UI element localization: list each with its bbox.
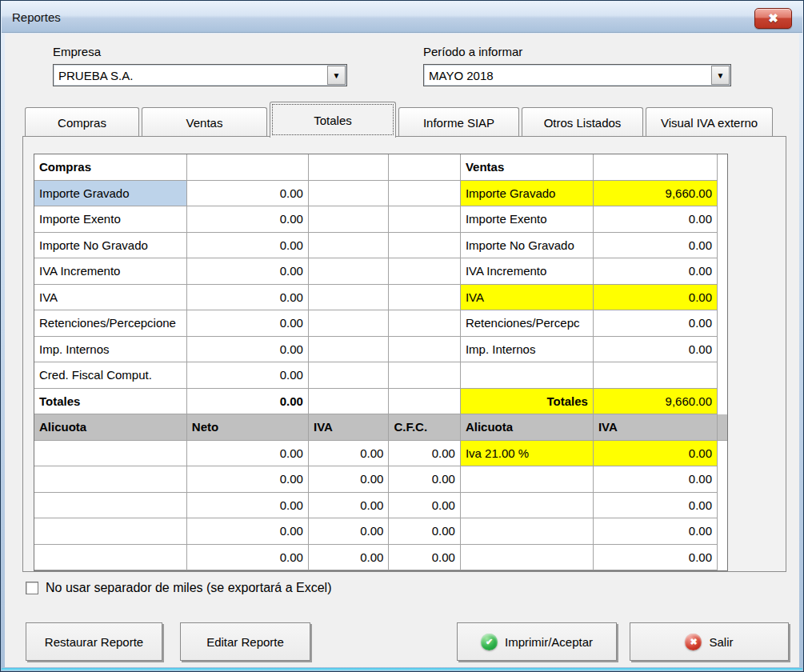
grid-cell[interactable]: 0.00 — [594, 285, 718, 311]
grid-cell[interactable]: Alicuota — [461, 414, 594, 441]
empresa-combobox[interactable]: PRUEBA S.A. ▼ — [53, 64, 347, 86]
grid-cell[interactable] — [309, 233, 389, 259]
grid-cell[interactable]: 0.00 — [594, 206, 718, 233]
grid-cell[interactable]: 0.00 — [309, 493, 389, 519]
grid-cell[interactable] — [389, 258, 461, 285]
grid-cell[interactable]: IVA Incremento — [461, 258, 594, 285]
grid-cell[interactable]: IVA Incremento — [34, 258, 187, 285]
tab-ventas[interactable]: Ventas — [142, 107, 267, 137]
grid-cell[interactable]: Retenciones/Percepcione — [34, 310, 187, 337]
grid-cell[interactable]: Importe Exento — [461, 206, 594, 233]
grid-cell[interactable]: 0.00 — [309, 466, 389, 493]
grid-cell[interactable]: 0.00 — [187, 310, 309, 337]
periodo-combobox[interactable]: MAYO 2018 ▼ — [423, 64, 731, 86]
grid-cell[interactable]: Cred. Fiscal Comput. — [34, 362, 187, 389]
grid-cell[interactable] — [309, 258, 389, 285]
grid-cell[interactable]: 0.00 — [594, 441, 718, 467]
grid-cell[interactable] — [309, 181, 389, 207]
grid-cell[interactable]: 0.00 — [187, 233, 309, 259]
thousand-separator-checkbox[interactable] — [26, 582, 38, 594]
grid-cell[interactable]: IVA — [309, 414, 389, 441]
grid-cell[interactable]: 0.00 — [594, 545, 718, 571]
grid-cell[interactable]: 0.00 — [187, 441, 309, 467]
grid-cell[interactable]: 0.00 — [594, 493, 718, 519]
grid-cell[interactable]: Neto — [187, 414, 309, 441]
grid-cell[interactable]: 0.00 — [187, 466, 309, 493]
grid-cell[interactable]: Importe No Gravado — [461, 233, 594, 259]
grid-cell[interactable] — [389, 337, 461, 363]
grid-cell[interactable] — [461, 518, 594, 545]
grid-cell[interactable]: 0.00 — [187, 518, 309, 545]
grid-cell[interactable] — [461, 362, 594, 389]
grid-cell[interactable]: Importe Exento — [34, 206, 187, 233]
grid-cell[interactable]: 0.00 — [187, 258, 309, 285]
grid-cell[interactable] — [309, 154, 389, 181]
grid-cell[interactable] — [389, 310, 461, 337]
grid-cell[interactable] — [34, 493, 187, 519]
grid-cell[interactable] — [389, 154, 461, 181]
grid-cell[interactable]: Importe Gravado — [461, 181, 594, 207]
grid-cell[interactable] — [594, 154, 718, 181]
grid-cell[interactable] — [309, 389, 389, 415]
grid-cell[interactable] — [389, 233, 461, 259]
grid-cell[interactable]: 0.00 — [594, 258, 718, 285]
grid-cell[interactable]: 0.00 — [389, 545, 461, 571]
grid-cell[interactable] — [594, 362, 718, 389]
grid-cell[interactable]: 9,660.00 — [594, 181, 718, 207]
grid-cell[interactable]: 0.00 — [187, 545, 309, 571]
grid-cell[interactable]: 0.00 — [187, 493, 309, 519]
grid-cell[interactable]: 0.00 — [594, 337, 718, 363]
grid-cell[interactable] — [34, 466, 187, 493]
grid-cell[interactable] — [187, 154, 309, 181]
grid-cell[interactable] — [309, 337, 389, 363]
restaurar-reporte-button[interactable]: Restaurar Reporte — [26, 622, 162, 661]
grid-cell[interactable]: 0.00 — [309, 518, 389, 545]
editar-reporte-button[interactable]: Editar Reporte — [180, 622, 310, 661]
grid-cell[interactable] — [389, 181, 461, 207]
tab-compras[interactable]: Compras — [25, 107, 139, 137]
grid-cell[interactable]: Ventas — [461, 154, 594, 181]
grid-cell[interactable]: Imp. Internos — [34, 337, 187, 363]
grid-cell[interactable]: Iva 21.00 % — [461, 441, 594, 467]
salir-button[interactable]: ✖ Salir — [630, 622, 789, 661]
grid-cell[interactable]: IVA — [594, 414, 718, 441]
thousand-separator-label[interactable]: No usar separador de miles (se exportará… — [46, 581, 332, 595]
grid-cell[interactable]: 0.00 — [187, 181, 309, 207]
grid-cell[interactable]: Retenciones/Percepc — [461, 310, 594, 337]
grid-cell[interactable]: IVA — [461, 285, 594, 311]
grid-cell[interactable]: 0.00 — [594, 466, 718, 493]
grid-cell[interactable] — [34, 545, 187, 571]
grid-cell[interactable]: Totales — [461, 389, 594, 415]
grid-cell[interactable]: 0.00 — [187, 337, 309, 363]
imprimir-aceptar-button[interactable]: ✔ Imprimir/Aceptar — [457, 622, 617, 661]
grid-cell[interactable] — [34, 441, 187, 467]
grid-cell[interactable]: 0.00 — [594, 233, 718, 259]
grid-cell[interactable]: IVA — [34, 285, 187, 311]
grid-cell[interactable] — [461, 466, 594, 493]
empresa-dropdown-button[interactable]: ▼ — [327, 66, 346, 85]
grid-cell[interactable] — [389, 389, 461, 415]
tab-otros-listados[interactable]: Otros Listados — [522, 107, 643, 137]
close-button[interactable]: ✖ — [754, 8, 792, 29]
grid-cell[interactable]: 0.00 — [187, 389, 309, 415]
grid-cell[interactable]: 0.00 — [187, 362, 309, 389]
grid-cell[interactable]: 0.00 — [389, 466, 461, 493]
grid-cell[interactable]: 0.00 — [594, 518, 718, 545]
grid-cell[interactable]: 0.00 — [309, 545, 389, 571]
grid-cell[interactable]: Importe Gravado — [34, 181, 187, 207]
grid-cell[interactable]: Totales — [34, 389, 187, 415]
grid-cell[interactable] — [309, 206, 389, 233]
periodo-dropdown-button[interactable]: ▼ — [711, 66, 730, 85]
grid-cell[interactable] — [309, 310, 389, 337]
tab-visual-iva-externo[interactable]: Visual IVA externo — [646, 107, 773, 137]
grid-cell[interactable]: 0.00 — [309, 441, 389, 467]
grid-cell[interactable] — [461, 545, 594, 571]
grid-cell[interactable] — [389, 285, 461, 311]
grid-cell[interactable]: Compras — [34, 154, 187, 181]
grid-cell[interactable]: 0.00 — [187, 285, 309, 311]
grid-cell[interactable]: Importe No Gravado — [34, 233, 187, 259]
tab-totales[interactable]: Totales — [270, 102, 396, 138]
grid-cell[interactable] — [309, 362, 389, 389]
grid-cell[interactable]: Imp. Internos — [461, 337, 594, 363]
grid-cell[interactable]: Alicuota — [34, 414, 187, 441]
